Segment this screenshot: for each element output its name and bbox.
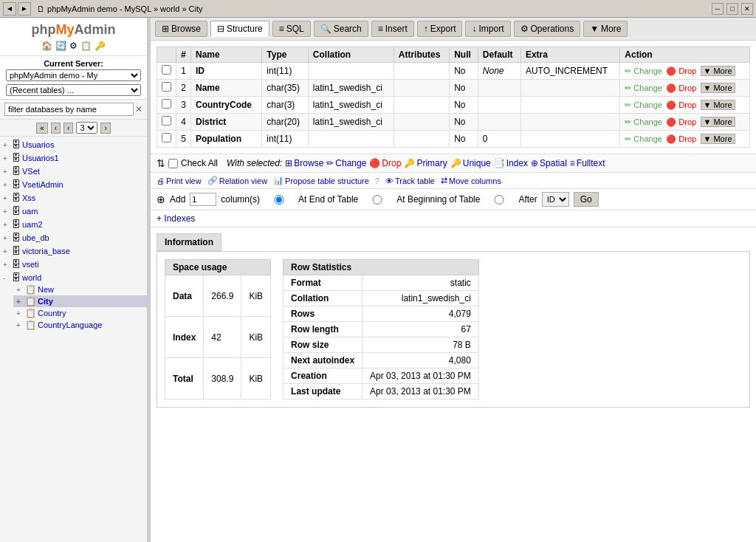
db-name-xss[interactable]: Xss bbox=[22, 193, 35, 202]
close-button[interactable]: ✕ bbox=[741, 3, 753, 15]
db-row-xss[interactable]: + 🗄 Xss bbox=[0, 192, 147, 204]
row2-checkbox[interactable] bbox=[162, 82, 171, 92]
tab-export[interactable]: ↑ Export bbox=[417, 21, 463, 37]
row5-drop-link[interactable]: 🔴 Drop bbox=[666, 134, 696, 143]
after-column-select[interactable]: ID bbox=[542, 192, 569, 207]
move-columns-link[interactable]: ⇄ Move columns bbox=[441, 176, 501, 185]
db-row-vseti[interactable]: + 🗄 vseti bbox=[0, 258, 147, 270]
print-view-link[interactable]: 🖨 Print view bbox=[157, 176, 202, 185]
forward-button[interactable]: ► bbox=[18, 2, 31, 16]
tab-browse[interactable]: ⊞ Browse bbox=[155, 21, 207, 37]
row2-drop-link[interactable]: 🔴 Drop bbox=[666, 83, 696, 92]
col-header-extra[interactable]: Extra bbox=[520, 47, 619, 63]
tab-insert[interactable]: ≡ Insert bbox=[371, 21, 414, 37]
add-columns-input[interactable] bbox=[190, 193, 216, 206]
db-name-vseti[interactable]: vseti bbox=[22, 260, 39, 269]
settings-icon[interactable]: ⚙ bbox=[69, 41, 78, 51]
db-name-ube-db[interactable]: ube_db bbox=[22, 233, 49, 242]
db-row-world[interactable]: - 🗄 world bbox=[0, 272, 147, 284]
at-beginning-radio[interactable] bbox=[362, 195, 392, 205]
indexes-link[interactable]: + Indexes bbox=[157, 213, 195, 224]
page-prev-button[interactable]: « bbox=[36, 123, 48, 134]
row4-drop-link[interactable]: 🔴 Drop bbox=[666, 117, 696, 126]
check-all-checkbox[interactable] bbox=[168, 159, 178, 168]
back-button[interactable]: ◄ bbox=[3, 2, 16, 16]
row5-more-button[interactable]: ▼ More bbox=[701, 134, 735, 144]
recent-tables-select[interactable]: (Recent tables) ... bbox=[6, 84, 141, 96]
propose-structure-link[interactable]: 📊 Propose table structure bbox=[273, 176, 369, 185]
row1-checkbox[interactable] bbox=[162, 65, 171, 75]
with-selected-drop[interactable]: 🔴 Drop bbox=[369, 158, 401, 168]
page-select[interactable]: 3 bbox=[76, 122, 97, 134]
table-row-country[interactable]: + 📋 Country bbox=[13, 307, 147, 319]
db-row-uam2[interactable]: + 🗄 uam2 bbox=[0, 219, 147, 230]
table-name-new[interactable]: New bbox=[38, 285, 54, 294]
col-header-collation[interactable]: Collation bbox=[308, 47, 394, 63]
db-name-usuarios1[interactable]: Usuarios1 bbox=[22, 154, 59, 162]
table-row-countrylanguage[interactable]: + 📋 CountryLanguage bbox=[13, 319, 147, 331]
track-table-link[interactable]: 👁 Track table bbox=[385, 176, 435, 185]
row4-change-link[interactable]: ✏ Change bbox=[625, 117, 662, 126]
db-row-vset[interactable]: + 🗄 VSet bbox=[0, 165, 147, 177]
tab-structure[interactable]: ⊟ Structure bbox=[210, 21, 269, 37]
row1-change-link[interactable]: ✏ Change bbox=[625, 66, 662, 75]
page-prev3-button[interactable]: ‹ bbox=[63, 123, 73, 134]
db-name-victoria-base[interactable]: victoria_base bbox=[22, 247, 70, 255]
tab-import[interactable]: ↓ Import bbox=[465, 21, 510, 37]
col-header-name[interactable]: Name bbox=[191, 47, 262, 63]
tab-sql[interactable]: ≡ SQL bbox=[272, 21, 311, 37]
table-name-city[interactable]: City bbox=[38, 297, 53, 306]
db-name-uam2[interactable]: uam2 bbox=[22, 220, 43, 229]
db-row-usuarios1[interactable]: + 🗄 Usuarios1 bbox=[0, 152, 147, 164]
db-row-ube-db[interactable]: + 🗄 ube_db bbox=[0, 232, 147, 244]
with-selected-change[interactable]: ✏ Change bbox=[326, 158, 366, 168]
db-row-usuarios[interactable]: + 🗄 Usuarios bbox=[0, 139, 147, 151]
db-name-vsetiadmin[interactable]: VsetiAdmin bbox=[22, 180, 63, 189]
row4-checkbox[interactable] bbox=[162, 116, 171, 126]
minimize-button[interactable]: ─ bbox=[712, 3, 724, 15]
row4-more-button[interactable]: ▼ More bbox=[701, 117, 735, 127]
page-prev2-button[interactable]: ‹ bbox=[51, 123, 61, 134]
row5-checkbox[interactable] bbox=[162, 133, 171, 143]
row2-change-link[interactable]: ✏ Change bbox=[625, 83, 662, 92]
db-name-vset[interactable]: VSet bbox=[22, 167, 40, 176]
tab-search[interactable]: 🔍 Search bbox=[314, 21, 368, 37]
with-selected-spatial[interactable]: ⊕ Spatial bbox=[531, 158, 567, 168]
db-name-uam[interactable]: uam bbox=[22, 207, 38, 216]
db-row-victoria-base[interactable]: + 🗄 victoria_base bbox=[0, 245, 147, 257]
db-name-world[interactable]: world bbox=[22, 273, 41, 282]
row5-change-link[interactable]: ✏ Change bbox=[625, 134, 662, 143]
row3-drop-link[interactable]: 🔴 Drop bbox=[666, 100, 696, 109]
with-selected-primary[interactable]: 🔑 Primary bbox=[404, 158, 447, 168]
with-selected-fulltext[interactable]: ≡ Fulltext bbox=[570, 158, 605, 168]
table-row-new[interactable]: + 📋 New bbox=[13, 284, 147, 295]
row1-more-button[interactable]: ▼ More bbox=[701, 66, 735, 76]
table-name-country[interactable]: Country bbox=[38, 309, 66, 318]
relation-view-link[interactable]: 🔗 Relation view bbox=[207, 176, 267, 185]
go-button[interactable]: Go bbox=[574, 192, 599, 207]
page-next-button[interactable]: › bbox=[100, 123, 110, 134]
refresh-icon[interactable]: 🔄 bbox=[55, 41, 66, 51]
docs-icon[interactable]: 📋 bbox=[80, 41, 92, 51]
filter-clear-button[interactable]: ✕ bbox=[135, 104, 142, 114]
tab-operations[interactable]: ⚙ Operations bbox=[514, 21, 581, 37]
with-selected-unique[interactable]: 🔑 Unique bbox=[450, 158, 491, 168]
col-header-type[interactable]: Type bbox=[262, 47, 308, 63]
tab-more[interactable]: ▼ More bbox=[583, 21, 628, 37]
table-row-city[interactable]: + 📋 City bbox=[13, 295, 147, 307]
with-selected-index[interactable]: 📑 Index bbox=[494, 158, 528, 168]
db-row-vsetiadmin[interactable]: + 🗄 VsetiAdmin bbox=[0, 179, 147, 191]
at-end-radio[interactable] bbox=[264, 195, 294, 205]
row1-drop-link[interactable]: 🔴 Drop bbox=[666, 66, 696, 75]
with-selected-browse[interactable]: ⊞ Browse bbox=[285, 158, 323, 168]
db-row-uam[interactable]: + 🗄 uam bbox=[0, 205, 147, 217]
maximize-button[interactable]: □ bbox=[726, 3, 738, 15]
row3-change-link[interactable]: ✏ Change bbox=[625, 100, 662, 109]
col-header-null[interactable]: Null bbox=[450, 47, 478, 63]
col-header-attributes[interactable]: Attributes bbox=[394, 47, 449, 63]
row3-checkbox[interactable] bbox=[162, 99, 171, 109]
filter-databases-input[interactable] bbox=[4, 103, 134, 116]
server-select[interactable]: phpMyAdmin demo - My bbox=[6, 69, 141, 81]
after-radio[interactable] bbox=[484, 195, 514, 205]
row2-more-button[interactable]: ▼ More bbox=[701, 83, 735, 93]
